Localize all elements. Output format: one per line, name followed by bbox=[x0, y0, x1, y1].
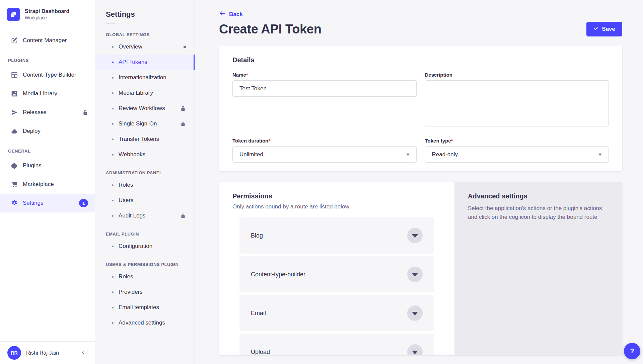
save-button[interactable]: Save bbox=[586, 22, 622, 36]
accordion-toggle-button[interactable] bbox=[407, 267, 423, 282]
accordion-toggle-button[interactable] bbox=[407, 228, 423, 243]
chevron-left-icon bbox=[81, 350, 85, 356]
subnav-item-providers[interactable]: Providers bbox=[95, 284, 195, 300]
strapi-logo-icon bbox=[7, 8, 20, 21]
subnav-section-global-settings: GLOBAL SETTINGS bbox=[95, 32, 195, 37]
subnav-item-admin-roles[interactable]: Roles bbox=[95, 177, 195, 193]
token-duration-field-group: Token duration* Unlimited bbox=[232, 138, 417, 163]
name-field-group: Name* bbox=[232, 72, 417, 128]
subnav-item-label: API Tokens bbox=[119, 59, 147, 66]
subnav-item-single-sign-on[interactable]: Single Sign-On bbox=[95, 116, 195, 131]
back-link[interactable]: Back bbox=[219, 10, 243, 18]
sidebar-item-plugins[interactable]: Plugins bbox=[0, 156, 95, 175]
accordion-email[interactable]: Email bbox=[239, 295, 434, 331]
subnav-section-users-permissions-plugin: USERS & PERMISSIONS PLUGIN bbox=[95, 262, 195, 267]
arrow-left-icon bbox=[219, 10, 226, 18]
accordion-content-type-builder[interactable]: Content-type-builder bbox=[239, 256, 434, 292]
sidebar-item-label: Settings bbox=[23, 200, 43, 206]
token-duration-value: Unlimited bbox=[239, 151, 263, 158]
accordion-blog[interactable]: Blog bbox=[239, 217, 434, 254]
subnav-item-webhooks[interactable]: Webhooks bbox=[95, 147, 195, 162]
save-label: Save bbox=[602, 26, 615, 32]
accordion-label: Upload bbox=[251, 349, 270, 356]
subnav-item-label: Internationalization bbox=[119, 74, 166, 81]
sidebar-item-settings[interactable]: Settings 1 bbox=[0, 194, 95, 212]
subnav-item-audit-logs[interactable]: Audit Logs bbox=[95, 208, 195, 223]
user-name: Rishi Raj Jain bbox=[26, 350, 59, 356]
sidebar-item-deploy[interactable]: Deploy bbox=[0, 122, 95, 141]
subnav-section-administration-panel: ADMINISTRATION PANEL bbox=[95, 170, 195, 175]
subnav-item-email-templates[interactable]: Email templates bbox=[95, 300, 195, 315]
sidebar-item-marketplace[interactable]: Marketplace bbox=[0, 175, 95, 194]
subnav-item-email-configuration[interactable]: Configuration bbox=[95, 239, 195, 254]
subnav-title: Settings bbox=[95, 0, 195, 19]
sidebar-item-media-library[interactable]: Media Library bbox=[0, 84, 95, 103]
permissions-section: Permissions Only actions bound by a rout… bbox=[219, 182, 622, 355]
notification-dot bbox=[184, 46, 186, 48]
token-duration-select[interactable]: Unlimited bbox=[232, 146, 417, 163]
chevron-down-icon bbox=[412, 234, 418, 238]
subnav-item-label: Media Library bbox=[119, 90, 153, 96]
workspace-title: Strapi Dashboard bbox=[25, 8, 69, 15]
releases-icon bbox=[11, 109, 18, 116]
sidebar-item-releases[interactable]: Releases bbox=[0, 103, 95, 122]
subnav-item-api-tokens[interactable]: API Tokens bbox=[95, 55, 195, 70]
subnav-item-review-workflows[interactable]: Review Workflows bbox=[95, 101, 195, 116]
subnav-item-label: Roles bbox=[119, 273, 133, 280]
sidebar-collapse-button[interactable] bbox=[79, 348, 87, 358]
settings-notification-badge: 1 bbox=[79, 199, 88, 207]
main-nav: Content Manager PLUGINS Content-Type Bui… bbox=[0, 29, 95, 341]
name-input[interactable] bbox=[232, 80, 417, 97]
token-duration-label: Token duration* bbox=[232, 138, 417, 144]
bullet-icon bbox=[112, 184, 114, 186]
details-card: Details Name* Description Token duration… bbox=[219, 46, 622, 171]
subnav-item-label: Review Workflows bbox=[119, 105, 165, 112]
chevron-down-icon bbox=[406, 154, 410, 156]
accordion-toggle-button[interactable] bbox=[407, 344, 423, 355]
help-button[interactable]: ? bbox=[624, 343, 640, 359]
advanced-settings-panel: Advanced settings Select the application… bbox=[454, 182, 622, 355]
subnav-item-up-roles[interactable]: Roles bbox=[95, 269, 195, 284]
back-label: Back bbox=[229, 11, 243, 18]
description-textarea[interactable] bbox=[425, 80, 609, 126]
workspace-brand[interactable]: Strapi Dashboard Workplace bbox=[0, 0, 95, 29]
bullet-icon bbox=[112, 139, 114, 140]
chevron-down-icon bbox=[412, 312, 418, 315]
sidebar-item-label: Media Library bbox=[23, 90, 57, 97]
subnav-item-overview[interactable]: Overview bbox=[95, 39, 195, 55]
permissions-heading: Permissions bbox=[232, 192, 441, 200]
subnav-item-admin-users[interactable]: Users bbox=[95, 193, 195, 208]
bullet-icon bbox=[112, 123, 114, 125]
subnav-item-label: Webhooks bbox=[119, 151, 145, 158]
workspace-text: Strapi Dashboard Workplace bbox=[25, 8, 69, 21]
main-content: Back Create API Token Save Details Name* bbox=[195, 0, 643, 364]
bullet-icon bbox=[112, 77, 114, 79]
app-root: Strapi Dashboard Workplace Content Manag… bbox=[0, 0, 643, 364]
divider bbox=[106, 23, 116, 24]
token-type-select[interactable]: Read-only bbox=[425, 146, 609, 163]
subnav-item-transfer-tokens[interactable]: Transfer Tokens bbox=[95, 131, 195, 147]
sidebar-item-content-type-builder[interactable]: Content-Type Builder bbox=[0, 66, 95, 84]
sidebar-item-content-manager[interactable]: Content Manager bbox=[0, 31, 95, 50]
accordion-toggle-button[interactable] bbox=[407, 305, 423, 321]
subnav-item-media-library[interactable]: Media Library bbox=[95, 85, 195, 101]
subnav-item-label: Email templates bbox=[119, 304, 159, 311]
accordion-upload[interactable]: Upload bbox=[239, 334, 434, 355]
page-title: Create API Token bbox=[219, 22, 322, 36]
bullet-icon bbox=[112, 92, 114, 94]
user-avatar[interactable]: RR bbox=[7, 346, 21, 360]
bullet-icon bbox=[112, 154, 114, 156]
lock-icon bbox=[180, 121, 186, 127]
subnav-item-label: Advanced settings bbox=[119, 320, 165, 326]
settings-subnav: Settings GLOBAL SETTINGS Overview API To… bbox=[95, 0, 195, 364]
bullet-icon bbox=[112, 307, 114, 308]
subnav-item-internationalization[interactable]: Internationalization bbox=[95, 70, 195, 85]
subnav-item-advanced-settings[interactable]: Advanced settings bbox=[95, 315, 195, 331]
subnav-item-label: Providers bbox=[119, 289, 143, 295]
accordion-label: Content-type-builder bbox=[251, 271, 305, 278]
deploy-icon bbox=[11, 127, 18, 135]
main-sidebar: Strapi Dashboard Workplace Content Manag… bbox=[0, 0, 95, 364]
permissions-accordion-list: Blog Content-type-builder Email bbox=[239, 217, 434, 355]
token-type-field-group: Token type* Read-only bbox=[425, 138, 609, 163]
plugins-icon bbox=[11, 162, 18, 169]
